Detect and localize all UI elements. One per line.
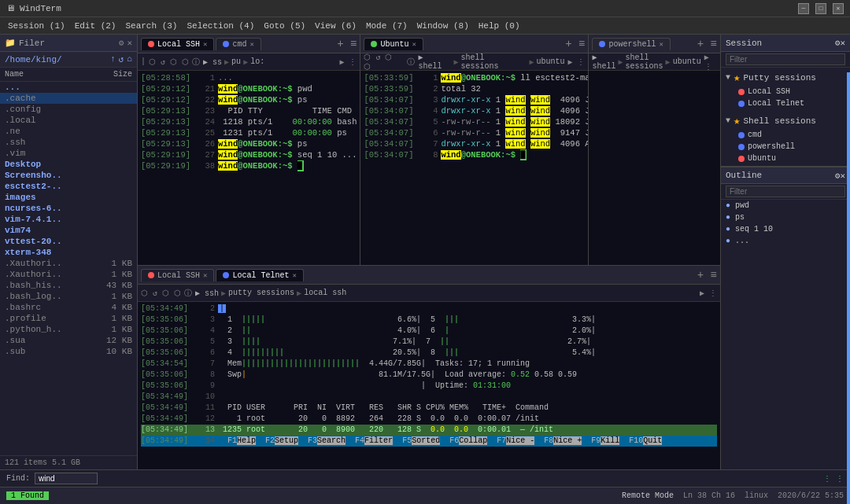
list-item[interactable]: vim-7.4.1..: [0, 214, 137, 225]
tab-ps-close[interactable]: ✕: [659, 40, 663, 49]
list-item[interactable]: ncurses-6..: [0, 203, 137, 214]
menu-window[interactable]: Window (8): [412, 21, 474, 31]
outline-filter-input[interactable]: [726, 186, 845, 197]
tab-cmd-close[interactable]: ✕: [249, 40, 253, 49]
session-item-local-ssh[interactable]: Local SSH: [721, 86, 850, 97]
list-item[interactable]: .config: [0, 104, 137, 115]
session-filter-input[interactable]: [726, 53, 845, 65]
find-input[interactable]: [35, 473, 98, 484]
maximize-button[interactable]: □: [815, 3, 826, 14]
path-up[interactable]: ↑: [110, 54, 116, 64]
ubuntu-session-label: Ubuntu: [748, 154, 776, 163]
tab-bottom-telnet-close[interactable]: ✕: [292, 271, 296, 280]
list-item[interactable]: Desktop: [0, 159, 137, 170]
list-item[interactable]: .sub 10 KB: [0, 346, 137, 357]
list-item[interactable]: .vim: [0, 148, 137, 159]
menu-goto[interactable]: Goto (5): [259, 21, 310, 31]
menu-view[interactable]: View (6): [310, 21, 361, 31]
shell-section-header[interactable]: ▼ ★ Shell sessions: [721, 112, 850, 129]
ps-bc-ubuntu: ubuntu: [673, 57, 701, 66]
filer-settings[interactable]: ⚙: [119, 38, 124, 48]
outline-item-pwd[interactable]: ● pwd: [721, 200, 850, 212]
ssh-content[interactable]: [05:28:58] 1 ... [05:29:12] 21 wind@ONEB…: [138, 71, 360, 265]
menu-selection[interactable]: Selection (4): [182, 21, 259, 31]
list-item[interactable]: .Xauthori.. 1 KB: [0, 258, 137, 269]
list-item[interactable]: .cache: [0, 93, 137, 104]
ubuntu-content[interactable]: [05:33:59] 1 wind@ONEBOOK:~$ ll esctest2…: [360, 71, 588, 265]
ps-content[interactable]: [589, 71, 720, 265]
session-close[interactable]: ✕: [840, 38, 845, 48]
list-item[interactable]: .profile 1 KB: [0, 313, 137, 324]
list-item[interactable]: .bash_his.. 43 KB: [0, 280, 137, 291]
putty-section-header[interactable]: ▼ ★ Putty sessions: [721, 69, 850, 86]
ub-expand[interactable]: ▶ ⋮: [567, 57, 585, 67]
bt-info[interactable]: ⓘ: [184, 288, 192, 299]
list-item[interactable]: .bash_log.. 1 KB: [0, 291, 137, 302]
file-panel: 📁 Filer ⚙ ✕ /home/king/ ↑ ↺ ⌂ Name Size …: [0, 35, 138, 469]
list-item[interactable]: .Xauthori.. 1 KB: [0, 269, 137, 280]
session-item-cmd[interactable]: cmd: [721, 129, 850, 141]
bottom-content[interactable]: [05:34:49] 2 | [05:35:06] 3 1 ||||| 6.6%…: [138, 302, 720, 469]
list-item[interactable]: xterm-348: [0, 247, 137, 258]
outline-item-dots[interactable]: ● ...: [721, 235, 850, 247]
putty-icon: ★: [734, 71, 740, 84]
menu-search[interactable]: Search (3): [120, 21, 182, 31]
session-settings[interactable]: ⚙: [835, 38, 841, 48]
tab-ssh-close[interactable]: ✕: [203, 40, 207, 49]
tab-local-ssh[interactable]: Local SSH ✕: [141, 38, 214, 50]
term-line: [05:29:19] 27 wind@ONEBOOK:~$ seq 1 10 .…: [141, 149, 357, 160]
path-home[interactable]: ⌂: [127, 54, 132, 64]
list-item[interactable]: .local: [0, 115, 137, 126]
tab-cmd[interactable]: cmd ✕: [216, 38, 261, 50]
ps-tab-dot: [599, 41, 605, 47]
ps-expand[interactable]: ▶ ⋮: [704, 53, 717, 72]
list-item[interactable]: vim74: [0, 225, 137, 236]
outline-item-ps[interactable]: ● ps: [721, 212, 850, 223]
bt-expand[interactable]: ▶ ⋮: [700, 289, 717, 298]
list-item[interactable]: .sua 12 KB: [0, 335, 137, 346]
toolbar-back[interactable]: |: [141, 57, 146, 66]
session-item-powershell[interactable]: powershell: [721, 141, 850, 153]
list-item[interactable]: .python_h.. 1 KB: [0, 324, 137, 335]
list-item[interactable]: .bashrc 4 KB: [0, 302, 137, 313]
session-item-local-telnet[interactable]: Local Telnet: [721, 97, 850, 109]
ps-tab-add[interactable]: + ≡: [697, 38, 717, 50]
list-item[interactable]: vttest-20..: [0, 236, 137, 247]
status-mode: Remote Mode: [622, 491, 674, 500]
tab-add[interactable]: + ≡: [337, 38, 357, 50]
filer-close[interactable]: ✕: [127, 38, 132, 48]
tab-ubuntu-close[interactable]: ✕: [412, 40, 416, 49]
toolbar-expand[interactable]: ▶ ⋮: [339, 57, 357, 67]
list-item[interactable]: images: [0, 192, 137, 203]
list-item[interactable]: .ssh: [0, 137, 137, 148]
list-item[interactable]: ...: [0, 82, 137, 93]
path-refresh[interactable]: ↺: [119, 54, 124, 64]
tab-bottom-telnet-label: Local Telnet: [232, 271, 289, 280]
outline-panel: Outline ⚙ ✕ ● pwd ● ps ● seq 1 10 ● ...: [721, 166, 850, 469]
tab-ubuntu-add[interactable]: + ≡: [565, 38, 585, 50]
tab-ps-inactive[interactable]: powershell ✕: [592, 38, 670, 50]
menu-edit[interactable]: Edit (2): [70, 21, 121, 31]
tab-ubuntu[interactable]: Ubuntu ✕: [364, 38, 423, 50]
outline-settings[interactable]: ⚙: [835, 171, 841, 181]
list-item[interactable]: Screensho..: [0, 170, 137, 181]
tab-bottom-ssh-close[interactable]: ✕: [203, 271, 207, 280]
minimize-button[interactable]: ─: [798, 3, 809, 14]
list-item[interactable]: esctest2-..: [0, 181, 137, 192]
close-button[interactable]: ✕: [833, 3, 844, 14]
outline-close[interactable]: ✕: [840, 171, 845, 181]
tab-bottom-telnet[interactable]: Local Telnet ✕: [216, 269, 303, 281]
menu-mode[interactable]: Mode (7): [361, 21, 412, 31]
outline-item-seq[interactable]: ● seq 1 10: [721, 223, 850, 235]
session-item-ubuntu[interactable]: Ubuntu: [721, 153, 850, 164]
menu-help[interactable]: Help (0): [474, 21, 525, 31]
bottom-tab-add[interactable]: + ≡: [697, 269, 717, 281]
info-icon[interactable]: ⓘ: [192, 57, 200, 68]
list-item[interactable]: .ne: [0, 126, 137, 137]
titlebar: 🖥 WindTerm ─ □ ✕: [0, 0, 850, 17]
term-line: [05:34:07] 4 drwxr-xr-x 1 wind wind 4096…: [364, 105, 585, 116]
powershell-terminal: powershell ✕ + ≡ ▶ shell ▶ shell session…: [589, 35, 720, 265]
menu-session[interactable]: Session (1): [3, 21, 70, 31]
ub-info[interactable]: ⓘ: [407, 57, 415, 68]
tab-bottom-ssh[interactable]: Local SSH ✕: [141, 269, 214, 281]
